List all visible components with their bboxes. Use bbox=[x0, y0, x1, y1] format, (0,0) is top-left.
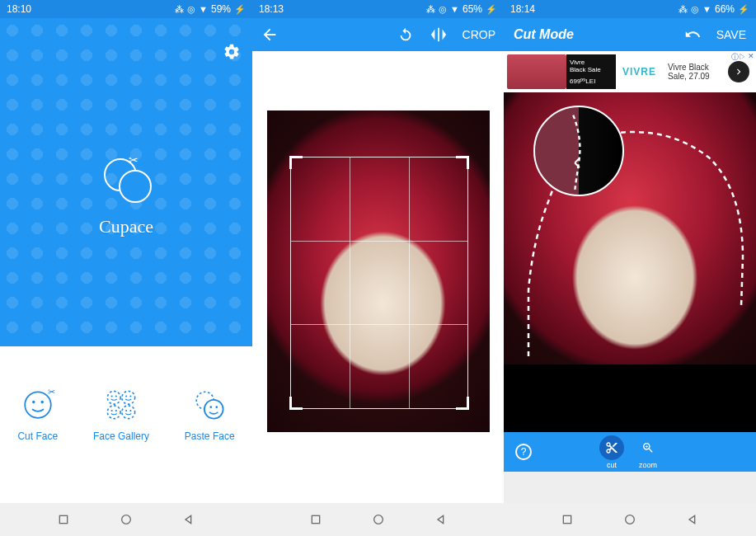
chevron-right-icon bbox=[733, 66, 744, 78]
crop-canvas[interactable] bbox=[252, 51, 504, 511]
status-bar: 18:10 ⁂ ◎ ▼ 59% ⚡ bbox=[0, 0, 252, 18]
svg-point-15 bbox=[129, 410, 131, 411]
undo-icon bbox=[683, 26, 702, 44]
screen-cut-mode: 18:14 ⁂ ◎ ▼ 66% ⚡ Cut Mode SAVE Vivre B bbox=[504, 0, 756, 511]
flip-icon bbox=[430, 26, 448, 44]
square-icon bbox=[561, 513, 574, 526]
svg-rect-20 bbox=[59, 515, 67, 523]
recents-button[interactable] bbox=[57, 513, 70, 526]
svg-point-12 bbox=[111, 410, 113, 411]
wifi-icon: ▼ bbox=[450, 4, 459, 14]
magnifier bbox=[533, 106, 624, 196]
ad-text: Vivre Black Sale, 27.09 bbox=[663, 63, 728, 81]
home-button[interactable] bbox=[372, 513, 385, 526]
svg-point-4 bbox=[107, 391, 120, 404]
crop-handle-tr[interactable] bbox=[456, 156, 469, 169]
recents-button[interactable] bbox=[309, 513, 322, 526]
svg-point-7 bbox=[122, 406, 135, 419]
back-button[interactable] bbox=[434, 513, 448, 526]
status-right: ⁂ ◎ ▼ 65% ⚡ bbox=[426, 3, 497, 15]
wifi-icon: ▼ bbox=[702, 4, 711, 14]
zoom-tool-button[interactable]: zoom bbox=[636, 435, 660, 469]
android-navbars bbox=[0, 503, 756, 536]
status-battery: 59% bbox=[211, 3, 231, 15]
crop-frame[interactable] bbox=[290, 157, 468, 409]
wifi-icon: ▼ bbox=[199, 4, 208, 14]
cut-tool-label: cut bbox=[607, 461, 617, 469]
navbar-3 bbox=[504, 503, 756, 536]
back-button[interactable] bbox=[182, 513, 195, 526]
paste-face-button[interactable]: Paste Face bbox=[185, 388, 235, 442]
circle-icon bbox=[120, 513, 133, 526]
crop-handle-bl[interactable] bbox=[289, 397, 303, 410]
crop-handle-tl[interactable] bbox=[289, 156, 303, 169]
svg-point-17 bbox=[204, 400, 223, 419]
cut-face-label: Cut Face bbox=[17, 430, 58, 442]
paste-face-label: Paste Face bbox=[185, 430, 235, 442]
navbar-1 bbox=[0, 503, 252, 536]
charging-icon: ⚡ bbox=[738, 4, 749, 15]
save-button[interactable]: SAVE bbox=[716, 28, 746, 41]
cut-appbar: Cut Mode SAVE bbox=[504, 18, 756, 51]
charging-icon: ⚡ bbox=[234, 4, 246, 15]
svg-rect-22 bbox=[312, 515, 319, 523]
help-button[interactable]: ? bbox=[515, 444, 532, 460]
square-icon bbox=[309, 513, 322, 526]
back-button[interactable] bbox=[686, 513, 699, 526]
ad-arrow-button[interactable] bbox=[728, 61, 749, 82]
home-button[interactable] bbox=[120, 513, 133, 526]
svg-point-8 bbox=[111, 395, 113, 397]
status-battery: 66% bbox=[715, 3, 735, 15]
arrow-left-icon bbox=[261, 26, 279, 44]
circle-icon bbox=[623, 513, 636, 526]
svg-point-13 bbox=[115, 410, 117, 411]
ad-line1: Vivre bbox=[570, 59, 613, 67]
recents-button[interactable] bbox=[561, 513, 574, 526]
zoom-icon bbox=[641, 441, 655, 454]
status-time: 18:14 bbox=[510, 3, 535, 15]
status-right: ⁂ ◎ ▼ 59% ⚡ bbox=[175, 3, 246, 15]
flip-button[interactable] bbox=[430, 26, 448, 44]
ad-thumbnail bbox=[507, 54, 566, 89]
circle-icon bbox=[372, 513, 385, 526]
ad-close-icon[interactable]: ✕ bbox=[748, 52, 754, 60]
ad-info-icon[interactable]: ⓘ▷ bbox=[731, 52, 746, 63]
app-name: Cupace bbox=[99, 216, 153, 237]
scissors-icon bbox=[605, 441, 618, 454]
svg-point-19 bbox=[216, 406, 218, 408]
back-button[interactable] bbox=[261, 26, 279, 44]
crop-button[interactable]: CROP bbox=[463, 28, 495, 41]
svg-point-9 bbox=[115, 395, 117, 397]
bluetooth-icon: ⁂ bbox=[426, 4, 435, 15]
svg-point-5 bbox=[122, 391, 135, 404]
ad-dark-panel: Vivre Black Sale 699⁹⁹LEI bbox=[566, 54, 616, 89]
vibrate-icon: ◎ bbox=[187, 4, 195, 15]
ad-brand: VIVRE bbox=[616, 51, 663, 92]
svg-point-11 bbox=[129, 395, 131, 397]
rotate-button[interactable] bbox=[397, 26, 415, 44]
triangle-left-icon bbox=[434, 513, 448, 526]
crop-handle-br[interactable] bbox=[456, 397, 469, 410]
screen-home: 18:10 ⁂ ◎ ▼ 59% ⚡ ✂ Cupace bbox=[0, 0, 252, 511]
cut-canvas[interactable]: ? cut zoom bbox=[504, 92, 756, 472]
face-gallery-icon bbox=[104, 388, 139, 422]
triangle-left-icon bbox=[182, 513, 195, 526]
face-gallery-button[interactable]: Face Gallery bbox=[93, 388, 149, 442]
ad-banner[interactable]: Vivre Black Sale 699⁹⁹LEI VIVRE Vivre Bl… bbox=[504, 51, 756, 92]
svg-point-14 bbox=[125, 410, 127, 411]
settings-button[interactable] bbox=[223, 43, 241, 61]
undo-button[interactable] bbox=[683, 26, 702, 44]
paste-face-icon bbox=[192, 388, 227, 422]
svg-point-10 bbox=[125, 395, 127, 397]
gear-icon bbox=[223, 43, 241, 61]
home-button[interactable] bbox=[623, 513, 636, 526]
bluetooth-icon: ⁂ bbox=[175, 4, 184, 15]
cut-tool-button[interactable]: cut bbox=[599, 435, 624, 469]
svg-point-0 bbox=[25, 392, 51, 418]
svg-point-6 bbox=[107, 406, 120, 419]
screen-crop: 18:13 ⁂ ◎ ▼ 65% ⚡ CR bbox=[252, 0, 504, 511]
cut-face-button[interactable]: ✂ Cut Face bbox=[17, 388, 58, 442]
ad-line2: Black Sale bbox=[570, 66, 613, 74]
status-bar: 18:14 ⁂ ◎ ▼ 66% ⚡ bbox=[504, 0, 756, 18]
svg-rect-24 bbox=[564, 515, 571, 523]
